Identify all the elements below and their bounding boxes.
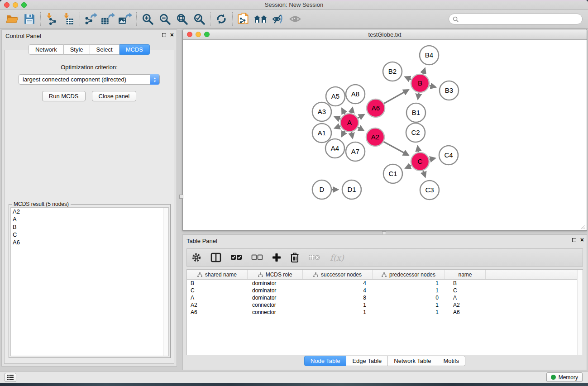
export-image-icon[interactable] [117,11,134,27]
refresh-layout-icon[interactable] [213,11,230,27]
mcds-result-list[interactable]: A2ABCA6 [10,207,169,356]
graph-node-B2[interactable]: B2 [383,62,402,81]
delete-column-icon[interactable] [290,253,299,262]
tab-mcds[interactable]: MCDS [120,44,150,55]
result-list-item[interactable]: C [11,231,168,238]
cell-successor-nodes[interactable]: 4 [303,280,373,287]
graph-edge-A6-B[interactable] [384,90,408,104]
graph-node-A4[interactable]: A4 [325,139,344,158]
window-resize-grip[interactable] [579,223,585,229]
float-panel-icon[interactable] [162,33,166,37]
import-network-icon[interactable] [43,11,60,27]
graph-edge-A2-C[interactable] [383,142,407,155]
column-browser-icon[interactable] [210,253,221,262]
column-header-shared-name[interactable]: shared name [187,270,248,279]
float-table-panel-icon[interactable] [572,238,576,242]
table-row[interactable]: A6connector11A6 [187,309,583,316]
memory-button[interactable]: Memory [546,372,583,382]
zoom-fit-icon[interactable] [173,11,191,27]
tab-edge-table[interactable]: Edge Table [346,356,388,366]
tab-motifs[interactable]: Motifs [437,356,465,366]
table-scrollbar[interactable] [577,270,583,355]
graph-edge-A-A2[interactable] [358,127,363,130]
graph-edge-B-B4[interactable] [423,69,425,75]
cell-predecessor-nodes[interactable]: 1 [373,287,445,294]
result-list-item[interactable]: A6 [11,238,168,246]
cell-shared-name[interactable]: B [187,280,248,287]
column-header-name[interactable]: name [445,270,486,279]
cell-MCDS-role[interactable]: dominator [248,287,303,294]
table-settings-icon[interactable] [191,253,201,262]
zoom-selected-icon[interactable] [191,11,208,27]
column-header-MCDS-role[interactable]: MCDS role [248,270,303,279]
task-history-button[interactable] [5,373,16,382]
show-all-icon[interactable] [287,11,304,27]
result-list-item[interactable]: B [11,223,168,231]
cell-predecessor-nodes[interactable]: 0 [373,294,445,301]
cell-shared-name[interactable]: C [187,287,248,294]
select-all-columns-icon[interactable] [230,254,242,261]
add-column-icon[interactable] [272,253,281,262]
graph-edge-A-A8[interactable] [351,108,352,113]
first-neighbors-icon[interactable] [252,11,269,27]
graph-edge-A-A1[interactable] [335,126,341,128]
cell-name[interactable]: A2 [445,301,486,309]
column-header-predecessor-nodes[interactable]: predecessor nodes [373,270,445,279]
graph-edge-A-A4[interactable] [342,131,345,136]
graph-node-B[interactable]: B [411,74,429,92]
run-mcds-button[interactable]: Run MCDS [42,91,86,101]
graph-edge-C-C2[interactable] [418,147,419,152]
table-row[interactable]: Bdominator41B [187,280,583,287]
cell-MCDS-role[interactable]: connector [248,309,303,316]
graph-edge-C-C1[interactable] [406,166,411,168]
graph-edge-A-A7[interactable] [351,132,352,138]
graph-node-D[interactable]: D [312,180,331,199]
cell-name[interactable]: B [445,280,486,287]
table-row[interactable]: Adominator80A [187,294,583,301]
graph-node-A7[interactable]: A7 [346,142,365,161]
close-panel-icon[interactable]: × [170,33,174,37]
close-table-panel-icon[interactable]: × [580,238,584,242]
tab-select[interactable]: Select [90,44,120,55]
tab-network-table[interactable]: Network Table [388,356,437,366]
network-window-titlebar[interactable]: testGlobe.txt [183,29,587,40]
graph-edge-A-A5[interactable] [342,109,345,114]
import-table-icon[interactable] [60,11,77,27]
zoom-in-icon[interactable] [139,11,156,27]
graph-node-A6[interactable]: A6 [367,99,385,117]
cell-name[interactable]: C [445,287,486,294]
graph-node-C3[interactable]: C3 [420,181,439,200]
graph-node-C[interactable]: C [411,152,429,171]
cell-predecessor-nodes[interactable]: 1 [373,301,445,309]
result-list-scrollbar[interactable] [163,208,168,356]
graph-node-D1[interactable]: D1 [342,180,361,199]
cell-MCDS-role[interactable]: connector [248,301,303,309]
table-row[interactable]: Cdominator41C [187,287,583,294]
graph-edge-B-B1[interactable] [418,93,419,99]
new-network-from-selection-icon[interactable] [235,11,252,27]
tab-node-table[interactable]: Node Table [304,356,347,366]
graph-node-B3[interactable]: B3 [440,81,459,100]
network-canvas[interactable]: B4B2BB3A5A8A6B1A3AA1C2A2A4A7C4CC1C3DD1 [183,40,586,230]
graph-edge-A-A3[interactable] [335,117,341,119]
graph-edge-C-C4[interactable] [430,158,435,160]
save-session-icon[interactable] [21,11,38,27]
graph-node-B1[interactable]: B1 [406,103,425,122]
graph-node-C4[interactable]: C4 [439,146,458,165]
network-graph[interactable]: B4B2BB3A5A8A6B1A3AA1C2A2A4A7C4CC1C3DD1 [183,40,586,230]
hide-selected-icon[interactable] [269,11,287,27]
table-row[interactable]: A2connector11A2 [187,301,583,309]
graph-edge-A-A6[interactable] [358,115,363,118]
cell-successor-nodes[interactable]: 8 [303,294,373,301]
cell-predecessor-nodes[interactable]: 1 [373,309,445,316]
cell-shared-name[interactable]: A6 [187,309,248,316]
graph-edge-B-B2[interactable] [406,77,411,80]
vertical-divider-handle[interactable] [179,195,183,199]
cell-successor-nodes[interactable]: 4 [303,287,373,294]
graph-node-B4[interactable]: B4 [420,46,439,65]
column-header-successor-nodes[interactable]: successor nodes [303,270,373,279]
graph-node-C1[interactable]: C1 [383,164,402,183]
zoom-out-icon[interactable] [156,11,173,27]
optimization-criterion-dropdown[interactable]: largest connected component (directed) ▲… [19,74,160,85]
unselect-all-columns-icon[interactable] [251,254,263,261]
